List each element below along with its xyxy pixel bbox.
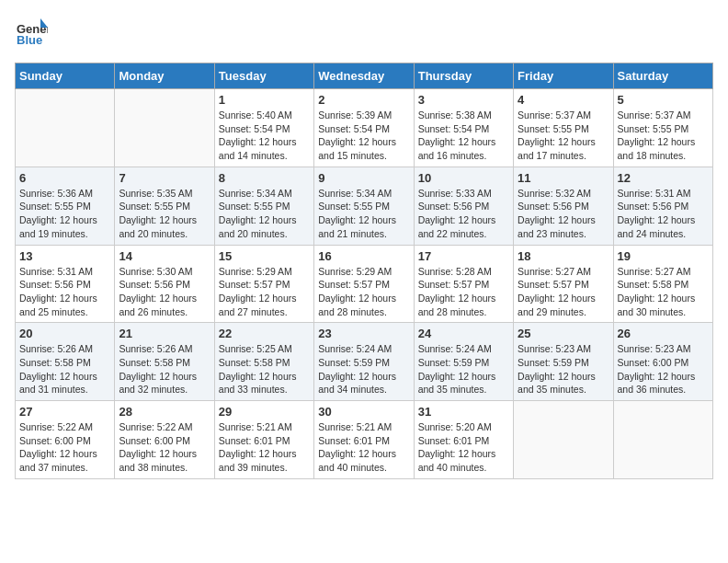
svg-text:Blue: Blue <box>17 33 42 47</box>
calendar-cell: 27Sunrise: 5:22 AMSunset: 6:00 PMDayligh… <box>16 401 115 479</box>
day-info: Sunrise: 5:38 AMSunset: 5:54 PMDaylight:… <box>418 109 509 163</box>
day-number: 12 <box>618 171 709 185</box>
day-info: Sunrise: 5:31 AMSunset: 5:56 PMDaylight:… <box>618 187 709 241</box>
calendar-cell: 7Sunrise: 5:35 AMSunset: 5:55 PMDaylight… <box>115 167 214 245</box>
day-number: 2 <box>318 93 409 107</box>
day-info: Sunrise: 5:40 AMSunset: 5:54 PMDaylight:… <box>219 109 310 163</box>
week-row-2: 6Sunrise: 5:36 AMSunset: 5:55 PMDaylight… <box>16 167 713 245</box>
calendar-cell: 20Sunrise: 5:26 AMSunset: 5:58 PMDayligh… <box>16 323 115 401</box>
day-info: Sunrise: 5:33 AMSunset: 5:56 PMDaylight:… <box>418 187 509 241</box>
day-info: Sunrise: 5:20 AMSunset: 6:01 PMDaylight:… <box>418 420 509 475</box>
logo: General Blue <box>15 15 48 52</box>
calendar-cell: 28Sunrise: 5:22 AMSunset: 6:00 PMDayligh… <box>115 401 214 479</box>
calendar-cell: 8Sunrise: 5:34 AMSunset: 5:55 PMDaylight… <box>214 167 313 245</box>
day-number: 31 <box>418 405 509 419</box>
week-row-4: 20Sunrise: 5:26 AMSunset: 5:58 PMDayligh… <box>16 323 713 401</box>
day-number: 7 <box>119 171 210 185</box>
day-info: Sunrise: 5:28 AMSunset: 5:57 PMDaylight:… <box>418 265 509 319</box>
day-info: Sunrise: 5:26 AMSunset: 5:58 PMDaylight:… <box>19 342 110 396</box>
page-header: General Blue <box>15 15 713 52</box>
calendar-cell: 24Sunrise: 5:24 AMSunset: 5:59 PMDayligh… <box>414 323 513 401</box>
calendar-cell: 21Sunrise: 5:26 AMSunset: 5:58 PMDayligh… <box>115 323 214 401</box>
weekday-header-thursday: Thursday <box>414 63 513 89</box>
day-number: 1 <box>219 93 310 107</box>
day-number: 5 <box>618 93 709 107</box>
week-row-1: 1Sunrise: 5:40 AMSunset: 5:54 PMDaylight… <box>16 89 713 167</box>
day-number: 11 <box>518 171 609 185</box>
day-number: 8 <box>219 171 310 185</box>
calendar-cell <box>613 401 712 479</box>
day-info: Sunrise: 5:34 AMSunset: 5:55 PMDaylight:… <box>219 187 310 241</box>
week-row-5: 27Sunrise: 5:22 AMSunset: 6:00 PMDayligh… <box>16 401 713 479</box>
calendar-cell <box>115 89 214 167</box>
calendar-cell: 17Sunrise: 5:28 AMSunset: 5:57 PMDayligh… <box>414 245 513 323</box>
day-info: Sunrise: 5:27 AMSunset: 5:57 PMDaylight:… <box>518 265 609 319</box>
calendar-cell: 15Sunrise: 5:29 AMSunset: 5:57 PMDayligh… <box>214 245 313 323</box>
day-number: 28 <box>119 405 210 419</box>
calendar-cell: 11Sunrise: 5:32 AMSunset: 5:56 PMDayligh… <box>514 167 613 245</box>
weekday-header-sunday: Sunday <box>16 63 115 89</box>
calendar-cell: 12Sunrise: 5:31 AMSunset: 5:56 PMDayligh… <box>613 167 712 245</box>
day-info: Sunrise: 5:29 AMSunset: 5:57 PMDaylight:… <box>219 265 310 319</box>
day-number: 15 <box>219 249 310 263</box>
calendar-cell: 2Sunrise: 5:39 AMSunset: 5:54 PMDaylight… <box>314 89 414 167</box>
calendar-cell: 31Sunrise: 5:20 AMSunset: 6:01 PMDayligh… <box>414 401 513 479</box>
day-number: 3 <box>418 93 509 107</box>
day-number: 6 <box>19 171 110 185</box>
day-info: Sunrise: 5:23 AMSunset: 5:59 PMDaylight:… <box>518 342 609 396</box>
day-info: Sunrise: 5:27 AMSunset: 5:58 PMDaylight:… <box>618 265 709 319</box>
calendar-cell: 18Sunrise: 5:27 AMSunset: 5:57 PMDayligh… <box>514 245 613 323</box>
week-row-3: 13Sunrise: 5:31 AMSunset: 5:56 PMDayligh… <box>16 245 713 323</box>
day-number: 18 <box>518 249 609 263</box>
calendar-cell: 22Sunrise: 5:25 AMSunset: 5:58 PMDayligh… <box>214 323 313 401</box>
day-number: 14 <box>119 249 210 263</box>
day-info: Sunrise: 5:26 AMSunset: 5:58 PMDaylight:… <box>119 342 210 396</box>
day-info: Sunrise: 5:22 AMSunset: 6:00 PMDaylight:… <box>119 420 210 475</box>
day-number: 23 <box>318 327 409 340</box>
day-number: 16 <box>318 249 409 263</box>
day-info: Sunrise: 5:35 AMSunset: 5:55 PMDaylight:… <box>119 187 210 241</box>
day-info: Sunrise: 5:36 AMSunset: 5:55 PMDaylight:… <box>19 187 110 241</box>
day-info: Sunrise: 5:22 AMSunset: 6:00 PMDaylight:… <box>19 420 110 475</box>
calendar-cell: 13Sunrise: 5:31 AMSunset: 5:56 PMDayligh… <box>16 245 115 323</box>
calendar-cell: 19Sunrise: 5:27 AMSunset: 5:58 PMDayligh… <box>613 245 712 323</box>
calendar-cell: 1Sunrise: 5:40 AMSunset: 5:54 PMDaylight… <box>214 89 313 167</box>
weekday-header-monday: Monday <box>115 63 214 89</box>
weekday-header-wednesday: Wednesday <box>314 63 414 89</box>
day-info: Sunrise: 5:29 AMSunset: 5:57 PMDaylight:… <box>318 265 409 319</box>
day-info: Sunrise: 5:25 AMSunset: 5:58 PMDaylight:… <box>219 342 310 396</box>
calendar-cell <box>16 89 115 167</box>
calendar-cell: 9Sunrise: 5:34 AMSunset: 5:55 PMDaylight… <box>314 167 414 245</box>
logo-icon: General Blue <box>15 15 48 52</box>
day-info: Sunrise: 5:21 AMSunset: 6:01 PMDaylight:… <box>318 420 409 475</box>
day-number: 24 <box>418 327 509 340</box>
day-number: 19 <box>618 249 709 263</box>
day-number: 26 <box>618 327 709 340</box>
calendar-cell: 23Sunrise: 5:24 AMSunset: 5:59 PMDayligh… <box>314 323 414 401</box>
weekday-header-saturday: Saturday <box>613 63 712 89</box>
day-info: Sunrise: 5:23 AMSunset: 6:00 PMDaylight:… <box>618 342 709 396</box>
weekday-header-row: SundayMondayTuesdayWednesdayThursdayFrid… <box>16 63 713 89</box>
day-info: Sunrise: 5:24 AMSunset: 5:59 PMDaylight:… <box>318 342 409 396</box>
calendar: SundayMondayTuesdayWednesdayThursdayFrid… <box>15 63 713 479</box>
calendar-cell: 10Sunrise: 5:33 AMSunset: 5:56 PMDayligh… <box>414 167 513 245</box>
day-number: 13 <box>19 249 110 263</box>
calendar-cell: 5Sunrise: 5:37 AMSunset: 5:55 PMDaylight… <box>613 89 712 167</box>
calendar-cell <box>514 401 613 479</box>
weekday-header-friday: Friday <box>514 63 613 89</box>
day-number: 17 <box>418 249 509 263</box>
day-info: Sunrise: 5:37 AMSunset: 5:55 PMDaylight:… <box>518 109 609 163</box>
day-number: 22 <box>219 327 310 340</box>
day-info: Sunrise: 5:21 AMSunset: 6:01 PMDaylight:… <box>219 420 310 475</box>
calendar-cell: 29Sunrise: 5:21 AMSunset: 6:01 PMDayligh… <box>214 401 313 479</box>
day-info: Sunrise: 5:37 AMSunset: 5:55 PMDaylight:… <box>618 109 709 163</box>
calendar-cell: 14Sunrise: 5:30 AMSunset: 5:56 PMDayligh… <box>115 245 214 323</box>
calendar-cell: 4Sunrise: 5:37 AMSunset: 5:55 PMDaylight… <box>514 89 613 167</box>
day-number: 30 <box>318 405 409 419</box>
day-info: Sunrise: 5:39 AMSunset: 5:54 PMDaylight:… <box>318 109 409 163</box>
calendar-cell: 16Sunrise: 5:29 AMSunset: 5:57 PMDayligh… <box>314 245 414 323</box>
day-number: 21 <box>119 327 210 340</box>
day-info: Sunrise: 5:24 AMSunset: 5:59 PMDaylight:… <box>418 342 509 396</box>
day-number: 29 <box>219 405 310 419</box>
weekday-header-tuesday: Tuesday <box>214 63 313 89</box>
